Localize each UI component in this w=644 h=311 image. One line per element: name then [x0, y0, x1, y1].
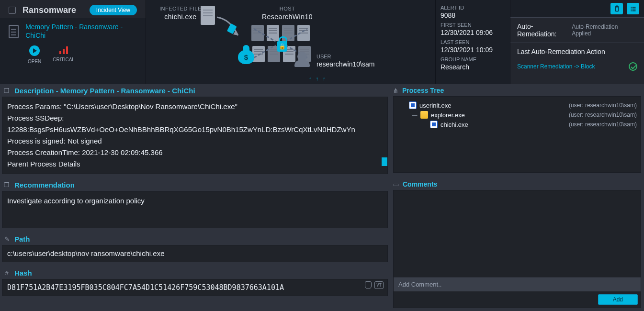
desc-line: Process CreationTime: 2021-12-30 02:09:4… [7, 147, 383, 158]
recommendation-title: Recommendation [14, 181, 75, 189]
file-icon [201, 6, 215, 25]
memory-pattern-link[interactable]: Memory Pattern - Ransomware - ChiChi [25, 23, 139, 40]
last-seen-label: LAST SEEN [441, 39, 506, 45]
document-icon [9, 25, 19, 38]
user-label: USER [316, 54, 374, 59]
incident-view-pill[interactable]: Incident View [90, 5, 137, 15]
description-icon: ❐ [3, 87, 11, 95]
description-title: Description - Memory Pattern - Ransomwar… [14, 87, 195, 95]
svg-rect-2 [631, 7, 632, 8]
add-comment-button[interactable]: Add [598, 294, 638, 305]
process-user: (user: researchwin10\sam) [569, 102, 637, 109]
virustotal-button[interactable]: VT [374, 281, 384, 289]
critical-bars-icon [58, 45, 69, 54]
clipboard-button[interactable] [610, 3, 623, 14]
hash-text: D81F751A2B47E3195FB035C804FC7A54D1C51426… [7, 283, 284, 292]
process-user: (user: researchwin10\sam) [569, 111, 637, 118]
last-seen-value: 12/30/2021 10:09 [441, 46, 506, 54]
process-name: userinit.exe [419, 102, 451, 109]
process-tree-title: Process Tree [402, 87, 444, 94]
select-checkbox[interactable] [9, 7, 16, 14]
recommendation-icon: ❐ [3, 181, 11, 189]
tree-node[interactable]: chichi.exe (user: researchwin10\sam) [397, 120, 637, 129]
process-user: (user: researchwin10\sam) [569, 121, 637, 128]
shield-icon[interactable] [365, 281, 372, 289]
attack-graph: INFECTED FILE chichi.exe HOST ResearchWi… [146, 0, 436, 84]
desc-line: Parent Process Details [7, 158, 383, 170]
svg-rect-3 [632, 7, 635, 8]
user-name[interactable]: researchwin10\sam [316, 60, 374, 68]
first-seen-value: 12/30/2021 09:06 [441, 29, 506, 36]
group-name-label: GROUP NAME [441, 56, 506, 62]
folder-icon [420, 111, 428, 119]
comments-title: Comments [403, 180, 437, 188]
collapse-icon[interactable]: — [400, 102, 406, 108]
host-label: HOST [259, 6, 316, 11]
process-name: chichi.exe [441, 121, 468, 128]
recommendation-body: Investigate according to organization po… [2, 191, 388, 228]
description-scrollbar[interactable] [382, 157, 387, 166]
tree-node[interactable]: — explorer.exe (user: researchwin10\sam) [397, 110, 637, 120]
host-name[interactable]: ResearchWin10 [259, 13, 316, 21]
desc-line: Process SSDeep: [7, 112, 383, 124]
first-seen-label: FIRST SEEN [441, 22, 506, 28]
process-tree-icon: ⋔ [393, 87, 398, 94]
desc-line: Process is signed: Not signed [7, 135, 383, 147]
alert-title: Ransomware [23, 5, 76, 15]
desc-line: 12288:BsgsPsH6usWZBVd+OeO+OeNhBBhhBBRqXG… [7, 124, 383, 135]
svg-rect-7 [632, 10, 635, 11]
hash-icon: # [3, 269, 11, 277]
list-view-button[interactable] [627, 3, 639, 14]
path-title: Path [14, 235, 30, 243]
hash-body: D81F751A2B47E3195FB035C804FC7A54D1C51426… [2, 279, 388, 296]
ransom-bag-icon: $ [238, 50, 254, 64]
exe-icon [430, 121, 438, 128]
status-open-badge[interactable]: OPEN [28, 45, 41, 64]
status-open-label: OPEN [28, 59, 41, 64]
auto-remediation-key: Auto-Remediation: [517, 22, 572, 38]
exe-icon [409, 101, 417, 109]
user-icon [297, 52, 310, 67]
svg-rect-5 [632, 8, 635, 9]
process-name: explorer.exe [431, 111, 465, 119]
lock-icon: 🔒 [277, 41, 287, 52]
alert-id-label: ALERT ID [441, 5, 506, 11]
svg-rect-6 [631, 10, 632, 11]
severity-critical-badge[interactable]: CRITICAL [53, 45, 75, 64]
play-icon [29, 45, 40, 56]
path-body: c:\users\user\desktop\nov ransomware\chi… [2, 245, 388, 262]
host-files-cluster-icon: 🔒 [247, 23, 328, 71]
severity-critical-label: CRITICAL [53, 57, 75, 62]
recommendation-text: Investigate according to organization po… [7, 197, 145, 205]
process-tree: — userinit.exe (user: researchwin10\sam)… [393, 96, 641, 173]
auto-remediation-value: Auto-Remediation Applied [572, 23, 637, 37]
infected-file-label: INFECTED FILE [159, 6, 202, 11]
comment-input[interactable]: Add Comment.. [394, 277, 641, 291]
success-check-icon [629, 62, 637, 71]
scroll-arrows-icon[interactable]: ↑ ↑ ↑ [309, 76, 327, 81]
tree-node[interactable]: — userinit.exe (user: researchwin10\sam) [397, 100, 637, 110]
comments-icon: ▭ [393, 181, 399, 188]
desc-line: Process Params: "C:\Users\user\Desktop\N… [7, 101, 383, 112]
last-remediation-title: Last Auto-Remediation Action [510, 43, 644, 60]
alert-id-value: 9088 [441, 11, 506, 19]
group-name-value: Research [441, 63, 506, 71]
infected-file-name[interactable]: chichi.exe [159, 13, 202, 21]
remediation-action-link[interactable]: Scanner Remediation -> Block [517, 63, 595, 70]
collapse-icon[interactable]: — [412, 112, 418, 118]
hash-title: Hash [14, 269, 32, 277]
path-text: c:\users\user\desktop\nov ransomware\chi… [7, 249, 164, 257]
comments-list [394, 190, 641, 277]
svg-rect-4 [631, 8, 632, 9]
path-icon: ✎ [3, 235, 11, 243]
description-body: Process Params: "C:\Users\user\Desktop\N… [2, 97, 388, 174]
